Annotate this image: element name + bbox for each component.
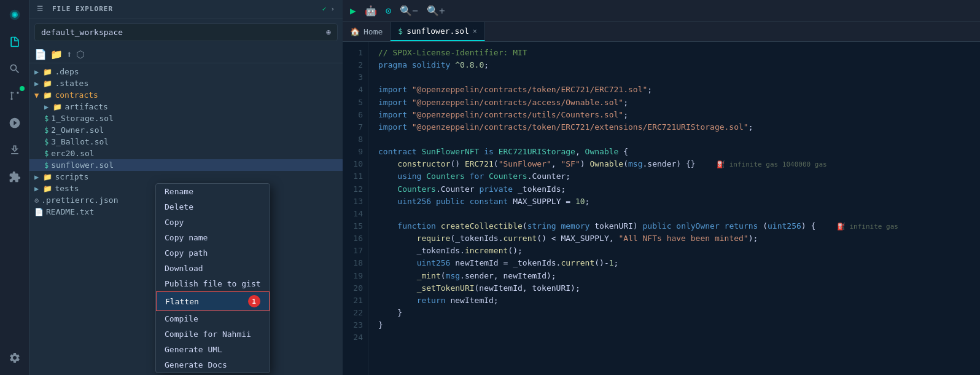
settings-icon[interactable] [2,345,27,370]
deploy-icon[interactable] [2,138,27,162]
sidebar-header: ☰ FILE EXPLORER ✓ › [29,0,343,18]
folder-icon: ▶ 📁 [34,79,52,88]
code-editor: 12345 678910 1112131415 1617181920 21222… [343,42,980,375]
upload-icon[interactable]: ⬆ [66,49,72,60]
tree-item-ballot[interactable]: $ 3_Ballot.sol [29,136,343,148]
context-menu-generate-docs[interactable]: Generate Docs [156,357,270,373]
workspace-label: default_workspace [41,28,123,37]
workspace-dropdown-icon: ⊕ [326,28,331,37]
context-menu-copy-path[interactable]: Copy path [156,245,270,261]
search-icon[interactable] [2,57,27,81]
tab-sunflower[interactable]: $ sunflower.sol ✕ [391,22,484,41]
tree-item-owner[interactable]: $ 2_Owner.sol [29,124,343,136]
tree-item-scripts[interactable]: ▶ 📁 scripts [29,171,343,183]
context-menu-flatten[interactable]: Flatten 1 [156,291,270,311]
tab-home-label: Home [364,27,383,36]
tab-sunflower-label: sunflower.sol [406,26,469,36]
zoom-in-icon[interactable]: 🔍+ [424,4,448,18]
tab-close-icon[interactable]: ✕ [473,27,477,35]
svg-point-2 [13,14,16,17]
toggle-icon[interactable]: ⊙ [383,4,394,18]
sol-file-icon: $ [44,114,49,123]
context-menu-rename[interactable]: Rename [156,184,270,199]
context-menu-generate-uml[interactable]: Generate UML [156,342,270,357]
editor-area: ▶ 🤖 ⊙ 🔍− 🔍+ 🏠 Home $ sunflower.sol ✕ 123… [343,0,980,375]
context-menu-publish-gist[interactable]: Publish file to gist [156,276,270,291]
activity-bar [0,0,29,375]
new-folder-icon[interactable]: 📁 [50,49,63,60]
tree-item-sunflower[interactable]: $ sunflower.sol [29,159,343,171]
context-menu-compile[interactable]: Compile [156,311,270,326]
check-icon[interactable]: ✓ [322,5,327,13]
folder-icon: ▶ 📁 [44,103,62,111]
context-menu-download[interactable]: Download [156,261,270,276]
editor-toolbar: ▶ 🤖 ⊙ 🔍− 🔍+ [343,0,980,22]
svg-point-4 [17,92,18,93]
debug-icon[interactable] [2,111,27,135]
forward-icon[interactable]: › [330,5,335,13]
new-file-icon[interactable]: 📄 [34,49,47,60]
sidebar: ☰ FILE EXPLORER ✓ › default_workspace ⊕ … [29,0,343,375]
context-menu-compile-nahmii[interactable]: Compile for Nahmii [156,326,270,342]
tree-item-contracts[interactable]: ▼ 📁 contracts [29,89,343,101]
file-icon: 📄 [34,208,44,216]
code-content[interactable]: // SPDX-License-Identifier: MIT pragma s… [368,42,980,375]
folder-icon: ▶ 📁 [34,68,52,76]
file-toolbar: 📄 📁 ⬆ ⬡ [29,46,343,63]
plugin-icon[interactable] [2,165,27,189]
zoom-out-icon[interactable]: 🔍− [397,4,421,18]
tab-home[interactable]: 🏠 Home [343,22,391,41]
context-menu-copy[interactable]: Copy [156,215,270,230]
workspace-selector[interactable]: default_workspace ⊕ [34,23,338,41]
files-icon[interactable] [2,30,27,54]
tree-item-deps[interactable]: ▶ 📁 .deps [29,66,343,77]
sidebar-header-icons: ✓ › [322,5,335,13]
tree-item-erc20[interactable]: $ erc20.sol [29,148,343,159]
hamburger-icon[interactable]: ☰ [37,5,44,13]
sol-file-icon: $ [44,149,49,158]
file-icon: ⚙ [34,196,39,205]
sidebar-title: FILE EXPLORER [52,5,113,13]
robot-icon[interactable]: 🤖 [362,4,379,18]
context-menu-delete[interactable]: Delete [156,199,270,215]
home-icon: 🏠 [350,27,360,36]
connect-icon[interactable]: ⬡ [76,49,85,60]
sol-file-icon: $ [44,126,49,135]
sol-file-icon: $ [44,161,49,170]
folder-icon: ▶ 📁 [34,173,52,181]
svg-point-3 [10,98,12,100]
tab-bar: 🏠 Home $ sunflower.sol ✕ [343,22,980,42]
logo-icon [2,2,27,27]
run-icon[interactable]: ▶ [348,4,359,18]
context-menu-copy-name[interactable]: Copy name [156,230,270,245]
sol-tab-icon: $ [398,26,403,36]
context-menu: Rename Delete Copy Copy name Copy path D… [155,183,270,373]
git-icon[interactable] [2,84,27,108]
svg-point-5 [10,92,12,93]
line-numbers: 12345 678910 1112131415 1617181920 21222… [343,42,368,375]
sol-file-icon: $ [44,138,49,146]
folder-icon: ▶ 📁 [34,184,52,193]
tree-item-states[interactable]: ▶ 📁 .states [29,77,343,89]
folder-open-icon: ▼ 📁 [34,91,52,100]
tree-item-artifacts[interactable]: ▶ 📁 artifacts [29,101,343,112]
flatten-badge: 1 [248,295,260,307]
tree-item-storage[interactable]: $ 1_Storage.sol [29,112,343,124]
